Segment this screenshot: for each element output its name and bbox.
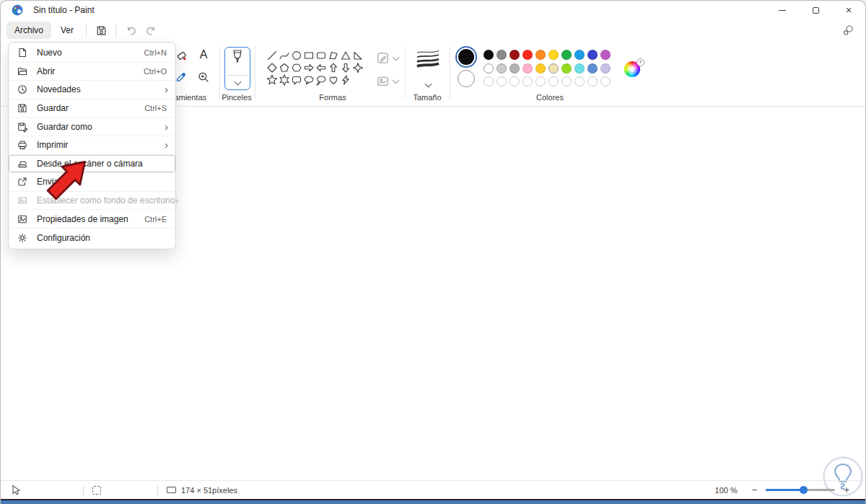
zoom-in-button[interactable]: + bbox=[839, 485, 854, 495]
palette-color-r1-c10[interactable] bbox=[600, 50, 611, 60]
palette-color-r1-c3[interactable] bbox=[509, 50, 520, 60]
palette-color-r2-c6[interactable] bbox=[548, 63, 559, 74]
close-button[interactable]: × bbox=[832, 1, 865, 19]
menu-item-abrir[interactable]: AbrirCtrl+O bbox=[9, 63, 175, 81]
color2-swatch[interactable] bbox=[458, 70, 475, 87]
statusbar-separator bbox=[157, 485, 158, 495]
zoom-slider[interactable] bbox=[766, 489, 835, 491]
shape-right-triangle[interactable] bbox=[351, 49, 364, 61]
shape-cloud-callout[interactable] bbox=[315, 74, 327, 86]
palette-color-r1-c8[interactable] bbox=[574, 50, 585, 60]
menu-item-imprimir[interactable]: Imprimir› bbox=[9, 136, 175, 155]
menu-item-configuracion[interactable]: Configuración bbox=[9, 229, 175, 247]
minimize-button[interactable] bbox=[766, 1, 799, 19]
save-button[interactable] bbox=[91, 22, 111, 39]
palette-color-r1-c4[interactable] bbox=[522, 50, 533, 60]
palette-color-r2-c5[interactable] bbox=[535, 63, 546, 74]
redo-button[interactable] bbox=[141, 22, 161, 39]
palette-empty-slot[interactable] bbox=[484, 76, 494, 87]
maximize-button[interactable] bbox=[799, 1, 832, 19]
palette-color-r2-c7[interactable] bbox=[561, 63, 572, 74]
palette-empty-slot[interactable] bbox=[587, 76, 598, 87]
shape-heart[interactable] bbox=[327, 74, 339, 86]
shape-ellipse[interactable] bbox=[290, 49, 302, 61]
shape-curve[interactable] bbox=[278, 49, 290, 61]
shape-arrow-left[interactable] bbox=[315, 61, 327, 74]
shape-arrow-right[interactable] bbox=[302, 61, 315, 74]
palette-color-r1-c2[interactable] bbox=[497, 50, 507, 60]
shapes-grid bbox=[266, 49, 367, 86]
shape-diamond[interactable] bbox=[266, 61, 278, 74]
palette-empty-slot[interactable] bbox=[561, 76, 572, 87]
tab-ver[interactable]: Ver bbox=[53, 22, 82, 39]
palette-empty-slot[interactable] bbox=[509, 76, 520, 87]
shape-oval-callout[interactable] bbox=[302, 74, 315, 86]
palette-color-r1-c1[interactable] bbox=[484, 50, 494, 60]
palette-color-r1-c5[interactable] bbox=[535, 50, 546, 60]
palette-color-r2-c9[interactable] bbox=[587, 63, 598, 74]
shape-six-point-star[interactable] bbox=[278, 74, 290, 86]
color1-swatch[interactable] bbox=[455, 46, 477, 68]
window-title: Sin título - Paint bbox=[33, 5, 95, 15]
shape-polygon[interactable] bbox=[327, 49, 339, 61]
shape-line[interactable] bbox=[266, 49, 278, 61]
menu-item-guardar[interactable]: GuardarCtrl+S bbox=[9, 100, 175, 118]
shape-four-point-star[interactable] bbox=[351, 61, 364, 74]
minimize-icon bbox=[779, 10, 786, 11]
palette-color-r1-c7[interactable] bbox=[561, 50, 572, 60]
menu-item-enviar[interactable]: Enviar bbox=[9, 173, 175, 192]
eyedropper-tool[interactable] bbox=[174, 70, 188, 84]
shape-hexagon[interactable] bbox=[290, 61, 302, 74]
shape-arrow-up[interactable] bbox=[327, 61, 339, 74]
group-separator bbox=[255, 47, 255, 99]
shape-rounded-callout[interactable] bbox=[290, 74, 302, 86]
menu-item-guardar-como[interactable]: Guardar como› bbox=[9, 118, 175, 136]
menu-item-desde-el-escaner-o-camara[interactable]: Desde el escáner o cámara bbox=[9, 155, 175, 174]
zoom-slider-thumb[interactable] bbox=[800, 486, 808, 494]
shape-triangle[interactable] bbox=[339, 49, 351, 61]
palette-color-r2-c10[interactable] bbox=[600, 63, 611, 74]
menu-item-nuevo[interactable]: NuevoCtrl+N bbox=[9, 44, 175, 63]
eraser-tool[interactable] bbox=[174, 48, 188, 63]
shape-rectangle[interactable] bbox=[302, 49, 315, 61]
palette-empty-slot[interactable] bbox=[497, 76, 507, 87]
zoom-out-button[interactable]: − bbox=[748, 485, 762, 495]
share-icon bbox=[17, 176, 28, 187]
color-palette bbox=[484, 50, 618, 90]
shape-outline-button[interactable] bbox=[376, 51, 398, 65]
shape-fill-button[interactable] bbox=[376, 74, 398, 88]
shape-rounded-rectangle[interactable] bbox=[315, 49, 327, 61]
palette-empty-slot[interactable] bbox=[535, 76, 546, 87]
copilot-button[interactable] bbox=[838, 22, 858, 39]
tab-archivo[interactable]: Archivo bbox=[6, 22, 51, 39]
status-bar: 174 × 51píxeles 100 % − + bbox=[1, 480, 865, 499]
statusbar-separator bbox=[83, 485, 84, 495]
menu-item-label: Guardar bbox=[37, 103, 69, 113]
palette-color-r1-c6[interactable] bbox=[548, 50, 559, 60]
palette-color-r2-c8[interactable] bbox=[574, 63, 585, 74]
brushes-button[interactable] bbox=[224, 47, 250, 90]
palette-color-r2-c3[interactable] bbox=[509, 63, 520, 74]
palette-color-r2-c4[interactable] bbox=[522, 63, 533, 74]
desktop-image-icon bbox=[17, 195, 28, 206]
edit-colors-button[interactable]: + bbox=[624, 60, 643, 77]
palette-empty-slot[interactable] bbox=[574, 76, 585, 87]
size-button[interactable] bbox=[415, 48, 441, 87]
menu-item-propiedades-de-imagen[interactable]: Propiedades de imagenCtrl+E bbox=[9, 210, 175, 229]
text-tool[interactable]: A bbox=[196, 48, 211, 62]
shape-five-point-star[interactable] bbox=[266, 74, 278, 86]
undo-button[interactable] bbox=[121, 22, 141, 39]
shape-arrow-down[interactable] bbox=[339, 61, 351, 74]
outline-pencil-icon bbox=[376, 51, 390, 65]
shape-lightning[interactable] bbox=[339, 74, 351, 86]
palette-empty-slot[interactable] bbox=[600, 76, 611, 87]
palette-color-r2-c1[interactable] bbox=[484, 63, 494, 74]
magnifier-tool[interactable] bbox=[196, 70, 211, 84]
chevron-right-icon: › bbox=[165, 84, 168, 94]
shape-pentagon[interactable] bbox=[278, 61, 290, 74]
palette-empty-slot[interactable] bbox=[522, 76, 533, 87]
palette-empty-slot[interactable] bbox=[548, 76, 559, 87]
palette-color-r2-c2[interactable] bbox=[497, 63, 507, 74]
menu-item-novedades[interactable]: Novedades› bbox=[9, 81, 175, 100]
palette-color-r1-c9[interactable] bbox=[587, 50, 598, 60]
